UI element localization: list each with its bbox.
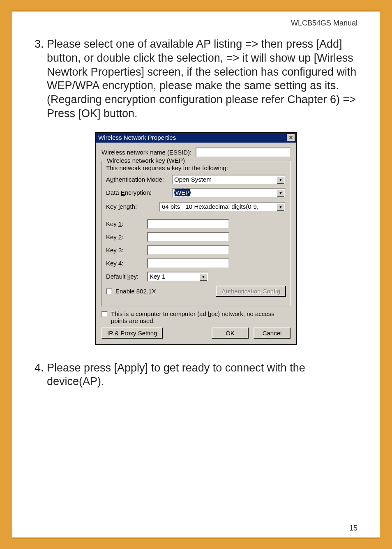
adhoc-label: This is a computer to computer (ad hoc) … <box>111 310 291 324</box>
key1-input[interactable] <box>147 219 229 229</box>
authentication-config-button: Authentication Config <box>216 286 286 297</box>
wireless-network-properties-dialog: Wireless Network Properties ✕ Wireless n… <box>95 132 297 345</box>
manual-title: WLCB54GS Manual <box>35 19 357 28</box>
default-key-label: Default key: <box>106 273 147 280</box>
instruction-step-4: 4. Please press [Apply] to get ready to … <box>35 361 357 389</box>
step-number: 3. <box>35 37 47 121</box>
chevron-down-icon[interactable]: ▼ <box>277 176 284 184</box>
key4-input[interactable] <box>147 258 229 268</box>
essid-label: Wireless network name (ESSID): <box>101 149 191 156</box>
key3-label: Key 3: <box>106 247 147 254</box>
dialog-title: Wireless Network Properties <box>98 134 176 141</box>
key1-label: Key 1: <box>106 220 147 227</box>
close-icon[interactable]: ✕ <box>287 134 295 141</box>
ok-button[interactable]: OK <box>212 328 249 339</box>
enable-8021x-checkbox[interactable] <box>106 288 112 295</box>
wep-group: Wireless network key (WEP) This network … <box>101 161 291 306</box>
cancel-button[interactable]: Cancel <box>254 328 291 339</box>
chevron-down-icon[interactable]: ▼ <box>277 203 284 211</box>
instruction-step-3: 3. Please select one of available AP lis… <box>35 37 357 121</box>
chevron-down-icon[interactable]: ▼ <box>277 189 284 197</box>
essid-input[interactable] <box>196 148 291 157</box>
data-encryption-label: Data Encryption: <box>106 189 172 196</box>
step-text: Please press [Apply] to get ready to con… <box>47 361 357 389</box>
adhoc-checkbox[interactable] <box>101 311 108 317</box>
key4-label: Key 4: <box>106 260 147 267</box>
default-key-select[interactable]: Key 1 ▼ <box>147 272 209 281</box>
page-number: 15 <box>349 524 357 533</box>
auth-mode-label: Authentication Mode: <box>106 176 172 183</box>
step-text: Please select one of available AP listin… <box>47 37 357 121</box>
auth-mode-select[interactable]: Open System ▼ <box>172 175 286 185</box>
key2-label: Key 2: <box>106 233 147 240</box>
key2-input[interactable] <box>147 232 229 242</box>
key-length-label: Key length: <box>106 203 159 210</box>
step-number: 4. <box>35 361 47 389</box>
wep-group-desc: This network requires a key for the foll… <box>106 164 286 171</box>
key-length-select[interactable]: 64 bits - 10 Hexadecimal digits(0-9, ▼ <box>159 202 286 212</box>
chevron-down-icon[interactable]: ▼ <box>200 273 207 281</box>
key3-input[interactable] <box>147 245 229 255</box>
dialog-titlebar: Wireless Network Properties ✕ <box>96 133 296 143</box>
ip-proxy-setting-button[interactable]: IP & Proxy Setting <box>101 328 163 339</box>
enable-8021x-label: Enable 802.1X <box>115 288 156 295</box>
wep-group-legend: Wireless network key (WEP) <box>105 157 187 164</box>
data-encryption-select[interactable]: WEP ▼ <box>172 188 286 198</box>
